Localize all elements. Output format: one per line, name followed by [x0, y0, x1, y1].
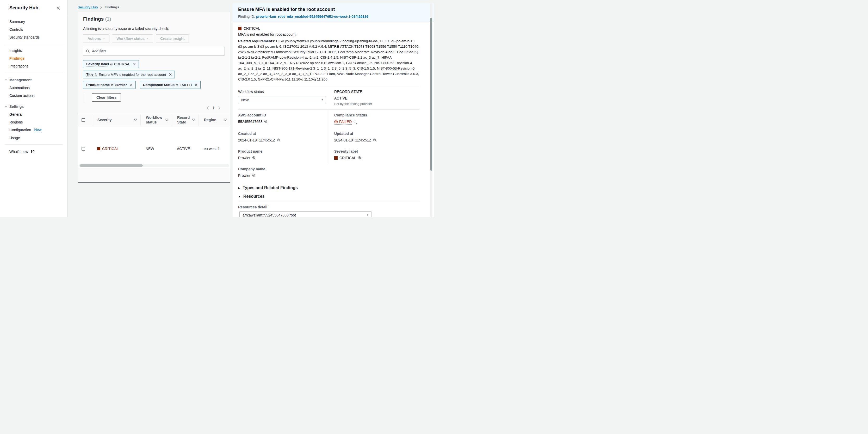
chip-field: Compliance Status	[143, 83, 175, 87]
remove-filter-icon[interactable]	[195, 83, 198, 87]
sidebar-item-integrations[interactable]: Integrations	[0, 62, 67, 70]
sidebar-item-summary[interactable]: Summary	[0, 18, 67, 26]
filter-chip-row: Severity label is CRITICAL	[83, 60, 225, 68]
detail-header: Ensure MFA is enabled for the root accou…	[232, 3, 434, 22]
section-collapsed-icon: ▶	[238, 187, 240, 189]
detail-title: Ensure MFA is enabled for the root accou…	[238, 7, 429, 12]
section-title: Types and Related Findings	[243, 185, 298, 190]
resources-detail-select[interactable]: arn:aws:iam::552455647653:root ▼	[239, 211, 371, 217]
field-compliance-status: Compliance Status FAILED	[329, 110, 420, 128]
sidebar-item-general[interactable]: General	[0, 111, 67, 118]
filter-chip-compliance-status[interactable]: Compliance Status is FAILED	[140, 81, 201, 89]
zoom-in-icon[interactable]	[252, 156, 256, 160]
select-all-checkbox[interactable]	[82, 118, 85, 122]
severity-badge-label: CRITICAL	[244, 26, 260, 30]
sidebar-group-settings[interactable]: ▼ Settings	[0, 103, 67, 111]
findings-panel: Findings (1) A finding is a security iss…	[78, 12, 230, 183]
clear-filters-label: Clear filters	[96, 95, 117, 99]
sidebar-item-whats-new[interactable]: What's new	[0, 148, 67, 156]
finding-id-label: Finding ID:	[238, 14, 255, 19]
filter-icon[interactable]	[165, 119, 168, 121]
zoom-in-icon[interactable]	[252, 174, 256, 177]
field-value: 2024-01-19T11:45:51Z	[238, 138, 275, 142]
row-checkbox[interactable]	[82, 147, 85, 151]
failed-circle-x-icon	[334, 120, 338, 123]
scrollbar-thumb[interactable]	[80, 164, 143, 167]
external-link-icon	[31, 150, 35, 154]
zoom-in-icon[interactable]	[277, 138, 281, 142]
toolbar: Actions ▼ Workflow status ▼ Create insig…	[83, 34, 225, 42]
field-value: 2024-01-19T11:45:51Z	[334, 138, 371, 142]
zoom-in-icon[interactable]	[373, 138, 377, 142]
sidebar-item-controls[interactable]: Controls	[0, 26, 67, 33]
caret-down-icon: ▼	[367, 214, 369, 216]
zoom-in-icon[interactable]	[264, 120, 268, 123]
actions-button[interactable]: Actions ▼	[83, 34, 110, 42]
remove-filter-icon[interactable]	[169, 73, 172, 76]
zoom-in-icon[interactable]	[358, 156, 362, 160]
select-all-cell	[78, 114, 92, 126]
findings-title: Findings	[83, 16, 104, 22]
severity-square-icon	[97, 147, 100, 150]
caret-down-icon: ▼	[147, 37, 149, 40]
previous-page-icon[interactable]	[207, 106, 209, 110]
workflow-section: Workflow status New ▼ RECORD STATE ACTIV…	[238, 86, 420, 110]
resources-detail-value: arn:aws:iam::552455647653:root	[243, 213, 296, 217]
field-created-at: Created at 2024-01-19T11:45:51Z	[238, 128, 329, 146]
sidebar-item-regions[interactable]: Regions	[0, 118, 67, 126]
clear-filters-button[interactable]: Clear filters	[92, 93, 121, 102]
sidebar-item-findings[interactable]: Findings	[0, 55, 67, 62]
field-label: Company name	[238, 167, 329, 171]
page-number[interactable]: 1	[213, 106, 215, 110]
zoom-in-icon[interactable]	[353, 120, 357, 124]
chip-field: Title	[86, 72, 94, 77]
remove-filter-icon[interactable]	[133, 63, 136, 66]
section-types-and-related-findings[interactable]: ▶ Types and Related Findings	[238, 185, 420, 190]
filter-icon[interactable]	[192, 119, 195, 121]
filter-chip-title[interactable]: Title is Ensure MFA is enabled for the r…	[83, 71, 175, 79]
field-company-name: Company name Prowler	[238, 164, 329, 181]
table-row[interactable]: CRITICAL NEW ACTIVE eu-west-1	[78, 145, 230, 153]
section-title: Resources	[243, 194, 265, 199]
severity-value: CRITICAL	[102, 147, 119, 151]
filter-icon[interactable]	[134, 119, 137, 121]
sidebar-item-usage[interactable]: Usage	[0, 134, 67, 142]
sidebar-title: Security Hub	[9, 5, 38, 11]
column-header-severity: Severity	[92, 114, 141, 126]
scrollbar-thumb[interactable]	[430, 18, 432, 170]
column-label: Record State	[177, 115, 191, 125]
sidebar-item-configuration[interactable]: Configuration New	[0, 126, 67, 134]
add-filter-input[interactable]	[92, 49, 222, 53]
column-header-region: Region	[198, 114, 230, 126]
next-page-icon[interactable]	[218, 106, 221, 110]
vertical-scrollbar[interactable]	[430, 3, 432, 217]
sidebar-item-label: Configuration	[9, 128, 31, 132]
breadcrumb-link-security-hub[interactable]: Security Hub	[78, 5, 98, 9]
finding-id-link[interactable]: prowler-iam_root_mfa_enabled-55245564765…	[256, 14, 368, 19]
field-value: CRITICAL	[339, 156, 356, 160]
chevron-down-icon: ▼	[5, 79, 7, 81]
section-resources[interactable]: ▼ Resources	[238, 194, 420, 199]
horizontal-scrollbar[interactable]	[79, 164, 229, 167]
workflow-status-button[interactable]: Workflow status ▼	[112, 34, 153, 42]
column-header-workflow-status: Workflow status	[141, 114, 172, 126]
sidebar-group-management[interactable]: ▼ Management	[0, 76, 67, 84]
findings-count: (1)	[105, 16, 111, 22]
sidebar-item-security-standards[interactable]: Security standards	[0, 33, 67, 41]
filter-chip-severity-label[interactable]: Severity label is CRITICAL	[83, 60, 139, 68]
close-icon[interactable]	[56, 6, 60, 10]
sidebar-item-automations[interactable]: Automations	[0, 84, 67, 92]
create-insight-button[interactable]: Create insight	[156, 34, 189, 42]
row-select-cell	[78, 145, 92, 153]
sidebar-group-label: Management	[9, 78, 32, 82]
remove-filter-icon[interactable]	[130, 83, 133, 87]
filter-icon[interactable]	[223, 119, 227, 121]
workflow-status-cell: NEW	[141, 145, 172, 153]
finding-detail-panel: Ensure MFA is enabled for the root accou…	[232, 3, 434, 217]
filter-chip-product-name[interactable]: Product name is Prowler	[83, 81, 136, 89]
create-insight-button-label: Create insight	[160, 36, 184, 41]
sidebar-item-insights[interactable]: Insights	[0, 46, 67, 55]
workflow-status-select[interactable]: New ▼	[238, 96, 326, 104]
field-label: Product name	[238, 149, 329, 153]
sidebar-item-custom-actions[interactable]: Custom actions	[0, 92, 67, 99]
